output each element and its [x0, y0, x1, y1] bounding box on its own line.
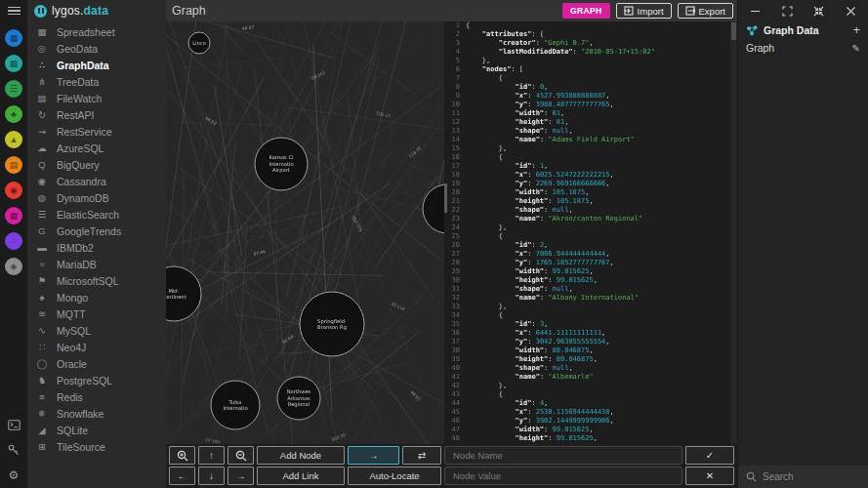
svg-text:Tulsa: Tulsa — [228, 399, 242, 405]
page-title: Graph — [172, 4, 557, 18]
module-spreadsheet-icon[interactable]: ▦ — [5, 29, 22, 47]
zoom-in-button[interactable] — [169, 446, 195, 465]
code-line: 25 { — [444, 232, 737, 241]
module-chart-icon[interactable]: ▲ — [5, 131, 22, 148]
code-line: 10 "y": 3988.4877777777765, — [444, 101, 737, 109]
code-line: 3 "creator": "Gephi 0.7", — [444, 39, 737, 48]
auto-locate-button[interactable]: Auto-Locate — [348, 467, 441, 485]
sidebar-item-neo4j[interactable]: ∷Neo4J — [27, 339, 166, 355]
add-graph-icon[interactable]: + — [852, 25, 860, 35]
edit-pencil-icon[interactable]: ✎ — [852, 43, 860, 54]
terminal-icon[interactable] — [0, 412, 27, 437]
sidebar-item-label: ElasticSearch — [51, 209, 119, 221]
sidebar-item-mongo[interactable]: ♠Mongo — [27, 289, 166, 305]
sidebar-item-treedata[interactable]: ⋔TreeData — [27, 73, 166, 90]
graph-node-lincoln[interactable]: Linco — [188, 32, 210, 54]
graph-mode-button[interactable]: GRAPH — [562, 3, 610, 19]
pan-down-button[interactable]: ↓ — [198, 467, 225, 485]
zoom-out-button[interactable] — [227, 446, 254, 465]
sidebar-item-graphdata[interactable]: ∴GraphData — [27, 57, 166, 73]
sidebar-item-postgresql[interactable]: ♞PostgreSQL — [27, 372, 166, 388]
sidebar-item-googletrends[interactable]: GGoogleTrends — [27, 223, 166, 239]
postgresql-icon: ♞ — [33, 375, 51, 386]
graphdata-icon: ∴ — [33, 60, 51, 70]
collapse-icon[interactable] — [813, 6, 824, 17]
add-node-button[interactable]: Add Node — [257, 446, 345, 465]
svg-text:Northwes: Northwes — [287, 388, 311, 394]
directed-edge-button[interactable]: → — [348, 446, 399, 465]
export-button[interactable]: Export — [678, 3, 733, 19]
module-calc-icon[interactable]: ▩ — [5, 55, 22, 72]
key-icon[interactable] — [0, 437, 27, 463]
node-value-input[interactable] — [444, 467, 682, 485]
sidebar-item-oracle[interactable]: ◯Oracle — [27, 355, 166, 372]
sidebar-item-label: GraphData — [51, 60, 109, 71]
treedata-icon: ⋔ — [33, 76, 51, 87]
sidebar-item-dynamodb[interactable]: ◍DynamoDB — [27, 189, 166, 206]
sidebar-item-azuresql[interactable]: ☁AzureSQL — [27, 140, 166, 156]
module-media-icon[interactable]: ▦ — [5, 207, 22, 224]
sidebar-item-restservice[interactable]: ⇝RestService — [27, 123, 166, 140]
code-line: 15 }, — [444, 144, 737, 153]
pan-left-button[interactable]: ← — [169, 467, 195, 485]
code-line: 9 "x": 4527.993888888887, — [444, 92, 737, 101]
sidebar-item-sqlite[interactable]: ◢SQLite — [27, 422, 166, 438]
sidebar-item-elasticsearch[interactable]: ☰ElasticSearch — [27, 206, 166, 223]
graph-list-item[interactable]: Graph ✎ — [738, 39, 868, 57]
add-link-button[interactable]: Add Link — [257, 467, 345, 485]
editor-scrollbar-thumb[interactable] — [731, 22, 736, 40]
editor-left-scrollbar-thumb[interactable] — [444, 183, 447, 213]
sidebar-item-ibmdb2[interactable]: ▬IBMDb2 — [27, 239, 166, 256]
code-line: 36 "x": 6441.11111111111, — [444, 329, 737, 338]
sidebar-item-filewatch[interactable]: ▤FileWatch — [27, 90, 166, 106]
datasource-sidebar: lygos.data ▦Spreadsheet◎GeoData∴GraphDat… — [27, 0, 166, 488]
sidebar-item-snowflake[interactable]: ❄Snowflake — [27, 405, 166, 422]
mysql-icon: ∿ — [33, 325, 51, 336]
module-tree-icon[interactable]: ♣ — [5, 105, 22, 123]
graph-node-tulsa-international[interactable]: TulsaInternatio — [211, 381, 260, 429]
cancel-button[interactable]: ✕ — [685, 467, 734, 485]
minimize-icon[interactable] — [750, 6, 761, 17]
close-icon[interactable] — [846, 6, 856, 17]
code-line: 34 { — [444, 311, 737, 320]
sidebar-item-restapi[interactable]: ↻RestAPI — [27, 106, 166, 123]
sidebar-item-geodata[interactable]: ◎GeoData — [27, 40, 166, 57]
pan-up-button[interactable]: ↑ — [198, 446, 225, 465]
module-sign-icon[interactable]: ◉ — [5, 182, 22, 199]
sidebar-item-mysql[interactable]: ∿MySQL — [27, 322, 166, 339]
sidebar-item-mqtt[interactable]: ≋MQTT — [27, 305, 166, 322]
graph-node-northwest-arkansas-regional[interactable]: NorthwesArkansasRegional — [277, 377, 320, 420]
search-input[interactable] — [763, 471, 860, 482]
sidebar-item-redis[interactable]: ≡Redis — [27, 388, 166, 405]
settings-gear-icon[interactable]: ⚙ — [0, 463, 27, 488]
code-line: 13 "shape": null, — [444, 127, 737, 136]
pan-right-button[interactable]: → — [227, 467, 254, 485]
svg-text:87-46: 87-46 — [253, 249, 267, 257]
module-building-icon[interactable]: ▤ — [5, 156, 22, 174]
sidebar-item-tilesource[interactable]: ⊞TileSource — [27, 438, 166, 455]
sidebar-item-cassandra[interactable]: ◉Cassandra — [27, 173, 166, 189]
graph-node-kansas-city-international-airport[interactable]: Kansas CiInternatioAirport — [255, 138, 308, 190]
graph-node-springfield-branson-rg[interactable]: Springfield-Branson Rg — [300, 292, 364, 356]
graph-canvas[interactable]: 46-8764-9269-152102-27118-35152-10387-46… — [166, 21, 444, 444]
bidirectional-edge-button[interactable]: ⇄ — [402, 446, 441, 465]
sidebar-item-spreadsheet[interactable]: ▦Spreadsheet — [27, 23, 166, 40]
sidebar-item-label: GoogleTrends — [51, 225, 121, 237]
module-markdown-icon[interactable]: ☰ — [5, 80, 22, 98]
hamburger-menu-icon[interactable] — [0, 0, 27, 21]
module-package-icon[interactable]: ◈ — [5, 258, 22, 275]
sidebar-item-label: TileSource — [51, 441, 105, 453]
node-name-input[interactable] — [444, 446, 682, 465]
maximize-icon[interactable] — [782, 6, 793, 17]
googletrends-icon: G — [33, 225, 51, 236]
sidebar-item-label: IBMDb2 — [51, 242, 94, 254]
module-network-icon[interactable]: ∴ — [5, 232, 22, 250]
json-code-editor[interactable]: 1{2 "attributes": {3 "creator": "Gephi 0… — [444, 21, 737, 444]
sidebar-item-mariadb[interactable]: ≈MariaDB — [27, 256, 166, 272]
sidebar-item-microsoftsql[interactable]: ⚑MicrosoftSQL — [27, 272, 166, 289]
confirm-button[interactable]: ✓ — [685, 446, 734, 465]
import-button[interactable]: Import — [616, 3, 672, 19]
code-line: 29 "width": 99.015625, — [444, 267, 737, 276]
editor-scrollbar[interactable] — [730, 21, 737, 444]
sidebar-item-bigquery[interactable]: QBigQuery — [27, 156, 166, 173]
